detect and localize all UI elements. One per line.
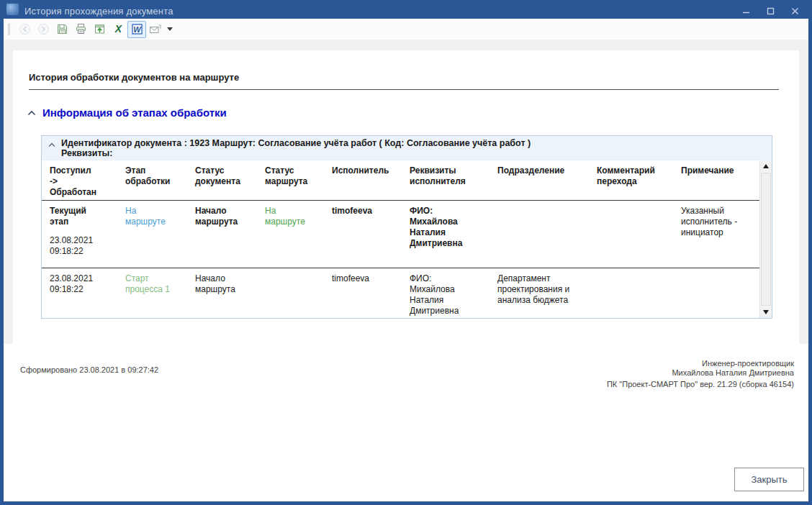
table-cell [265,268,332,318]
dropdown-caret-icon [167,27,173,31]
excel-export-button[interactable]: X [109,21,127,38]
print-icon [75,23,87,35]
box-collapse-button[interactable] [48,142,55,147]
app-icon [6,3,19,15]
forward-button[interactable] [34,21,53,38]
toolbar: X W [4,19,808,40]
excel-glyph: X [114,23,122,35]
back-button[interactable] [15,21,34,38]
table-cell [597,201,681,268]
table-cell: 23.08.2021 09:18:22 [50,268,125,318]
maximize-button[interactable] [758,4,782,19]
section-collapse-button[interactable] [27,110,36,116]
app-window: История прохождения документа [0,0,812,505]
word-icon: W [131,23,143,35]
save-icon [56,23,68,35]
signature-name: Михайлова Наталия Дмитриевна [607,368,794,378]
column-header: Статус документа [195,160,265,200]
generated-timestamp: Сформировано 23.08.2021 в 09:27:42 [20,365,158,374]
table-cell: timofeeva [332,201,410,268]
send-mail-dropdown[interactable] [165,21,175,38]
cell-text: Департамент проектирования и анализа бюд… [497,273,590,306]
cell-text: Текущий этап [50,206,118,227]
window-title: История прохождения документа [24,6,173,17]
signature-role: Инженер-проектировщик [607,359,794,368]
save-button[interactable] [53,21,71,38]
table-cell: На маршруте [265,201,332,268]
cell-text: Начало маршрута [195,206,258,227]
cell-text: На маршруте [125,206,188,227]
table-cell: ФИО: Михайлова Наталия Дмитриевна [410,268,497,318]
triangle-down-icon [763,310,769,314]
window-controls [734,4,807,19]
send-mail-button[interactable] [146,21,165,38]
stage-box: Идентификатор документа : 1923 Маршрут: … [41,135,772,319]
table-cell: Департамент проектирования и анализа бюд… [497,268,597,318]
back-icon [19,23,31,35]
stage-box-header[interactable]: Идентификатор документа : 1923 Маршрут: … [42,136,772,160]
report-viewport: История обработки документов на маршруте… [4,40,808,344]
word-export-button[interactable]: W [127,21,146,38]
cell-text: 23.08.2021 09:18:22 [50,235,118,257]
triangle-up-icon [763,164,769,168]
history-table: Поступил -> ОбработанЭтап обработкиСтату… [42,160,759,318]
report-title: История обработки документов на маршруте [29,72,239,83]
table-header-row: Поступил -> ОбработанЭтап обработкиСтату… [42,160,759,201]
table-cell: Начало маршрута [195,268,265,318]
signature-block: Инженер-проектировщик Михайлова Наталия … [607,359,794,389]
section-header: Информация об этапах обработки [27,106,227,119]
table-cell: Текущий этап23.08.2021 09:18:22 [50,201,125,268]
cell-text: ФИО: Михайлова Наталия Дмитриевна [410,206,490,249]
minimize-button[interactable] [734,4,758,19]
toolbar-grip[interactable] [8,24,10,35]
forward-icon [37,23,50,35]
cell-text: Начало маршрута [195,273,258,295]
vertical-scrollbar[interactable] [759,160,772,318]
column-header: Этап обработки [125,160,195,200]
close-button-window[interactable] [782,4,807,19]
column-header: Подразделение [497,160,597,200]
scroll-up-button[interactable] [760,160,772,172]
cell-text: 23.08.2021 09:18:22 [50,273,118,295]
document-identifier-line1: Идентификатор документа : 1923 Маршрут: … [61,138,531,148]
table-row: 23.08.2021 09:18:22Старт процесса 1Начал… [42,268,759,318]
title-divider [29,89,779,90]
column-header: Примечание [681,160,759,200]
cell-text: timofeeva [332,273,402,284]
table-cell: timofeeva [332,268,410,318]
close-icon [791,7,799,15]
table-row: Текущий этап23.08.2021 09:18:22На маршру… [42,201,759,268]
chevron-up-icon [27,110,36,116]
cell-text: timofeeva [332,206,402,217]
chevron-up-icon [48,142,55,147]
table-cell: Старт процесса 1 [125,268,195,318]
document-identifier: Идентификатор документа : 1923 Маршрут: … [61,138,531,158]
software-version: ПК "Проект-СМАРТ Про" вер. 21.29 (сборка… [607,380,794,389]
column-header: Реквизиты исполнителя [410,160,497,200]
table-cell [681,268,759,318]
scroll-down-button[interactable] [760,306,772,318]
table-cell [597,268,681,318]
maximize-icon [767,7,775,15]
table-cell: Указанный исполнитель - инициатор [681,201,759,268]
minimize-icon [742,7,750,15]
cell-text: ФИО: Михайлова Наталия Дмитриевна [410,273,490,317]
report-page: История обработки документов на маршруте… [13,50,799,344]
title-bar: История прохождения документа [4,4,808,19]
dialog-footer: Сформировано 23.08.2021 в 09:27:42 Инжен… [4,344,808,501]
send-mail-icon [149,23,162,35]
excel-icon: X [112,23,125,35]
cell-text: Указанный исполнитель - инициатор [681,206,752,238]
column-header: Исполнитель [332,160,410,200]
cell-text: На маршруте [265,206,325,227]
word-glyph: W [133,25,142,34]
document-identifier-line2: Реквизиты: [61,148,531,158]
table-cell: На маршруте [125,201,195,268]
export-button[interactable] [90,21,109,38]
close-button[interactable]: Закрыть [734,468,804,491]
table-cell [497,201,597,268]
column-header: Поступил -> Обработан [50,160,125,200]
print-button[interactable] [71,21,90,38]
column-header: Комментарий перехода [597,160,681,200]
scrollbar-thumb[interactable] [761,173,771,306]
